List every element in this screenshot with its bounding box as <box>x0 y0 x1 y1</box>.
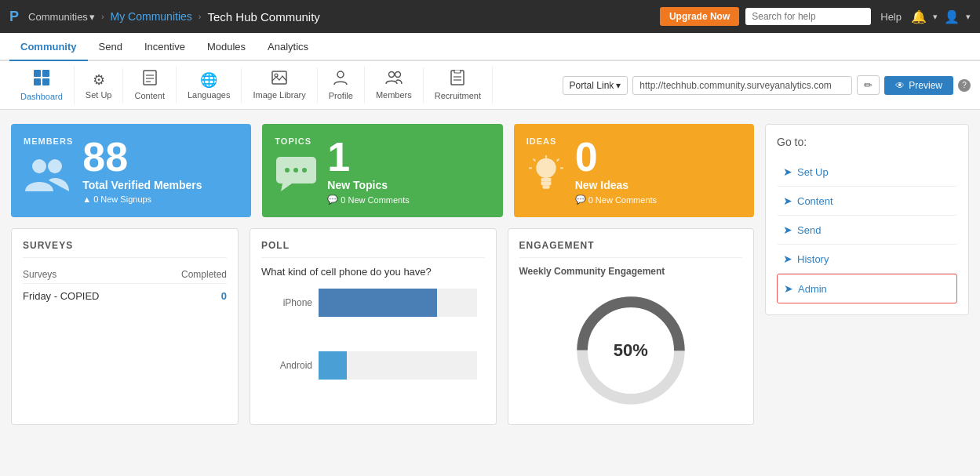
app-logo: P <box>9 9 19 25</box>
nav-community[interactable]: Community <box>9 33 88 61</box>
history-arrow-icon: ➤ <box>783 253 792 265</box>
android-bar-fill <box>319 351 347 380</box>
poll-panel-title: POLL <box>261 240 485 258</box>
toolbar-setup[interactable]: ⚙ Set Up <box>75 68 124 103</box>
sidebar-item-setup[interactable]: ➤ Set Up <box>777 158 957 187</box>
nav-analytics[interactable]: Analytics <box>257 33 319 61</box>
toolbar-dashboard-label: Dashboard <box>20 92 63 101</box>
topics-card-body: 1 New Topics 💬 0 New Comments <box>327 136 409 205</box>
toolbar-image-library-label: Image Library <box>253 90 305 100</box>
toolbar-profile[interactable]: Profile <box>318 67 365 104</box>
svg-point-21 <box>285 168 290 173</box>
nav-incentive[interactable]: Incentive <box>133 33 196 61</box>
comment-icon: 💬 <box>327 194 338 205</box>
members-sub: ▲ 0 New Signups <box>82 194 202 204</box>
members-count: 88 <box>82 136 202 177</box>
svg-rect-2 <box>34 78 41 85</box>
ideas-icon-area: IDEAS <box>526 136 566 197</box>
topics-icon-area: TOPICS <box>275 136 318 195</box>
svg-rect-25 <box>541 178 551 182</box>
survey-name: Friday - COPIED <box>23 284 151 309</box>
ideas-comment-icon: 💬 <box>575 194 586 205</box>
toolbar-image-library[interactable]: Image Library <box>242 67 317 103</box>
svg-point-23 <box>302 168 307 173</box>
admin-arrow-icon: ➤ <box>784 282 793 295</box>
svg-rect-1 <box>42 70 49 77</box>
portal-link-button[interactable]: Portal Link ▾ <box>563 76 628 95</box>
toolbar-recruitment-label: Recruitment <box>435 91 481 100</box>
donut-chart-container: 50% <box>519 288 743 413</box>
my-communities-link[interactable]: My Communities <box>111 10 192 23</box>
members-description: Total Verified Members <box>82 179 202 191</box>
send-arrow-icon: ➤ <box>783 223 792 236</box>
communities-dropdown[interactable]: Communities ▾ <box>28 11 95 23</box>
survey-completed[interactable]: 0 <box>151 284 227 309</box>
notifications-icon[interactable]: 🔔 <box>911 9 927 24</box>
poll-question: What kind of cell phone do you have? <box>261 266 485 278</box>
preview-button[interactable]: 👁 Preview <box>884 76 953 95</box>
ideas-card-label: IDEAS <box>526 136 566 146</box>
donut-chart: 50% <box>576 296 686 405</box>
svg-rect-0 <box>34 70 41 77</box>
breadcrumb-separator-1: › <box>101 12 104 21</box>
svg-line-29 <box>533 159 535 162</box>
sidebar-item-admin[interactable]: ➤ Admin <box>777 274 957 303</box>
topics-sub: 💬 0 New Comments <box>327 194 409 205</box>
recruitment-icon <box>450 70 464 89</box>
members-icon <box>385 71 403 89</box>
toolbar-recruitment[interactable]: Recruitment <box>424 67 493 104</box>
top-nav: P Communities ▾ › My Communities › Tech … <box>0 0 980 33</box>
edit-portal-url-button[interactable]: ✏ <box>857 75 880 95</box>
members-card-body: 88 Total Verified Members ▲ 0 New Signup… <box>82 136 202 204</box>
donut-percentage: 50% <box>614 340 648 361</box>
toolbar-languages[interactable]: 🌐 Languages <box>177 68 242 103</box>
members-card: MEMBERS 88 Total Verified Members <box>11 124 251 217</box>
surveys-col-name: Surveys <box>23 266 151 284</box>
sidebar-item-content[interactable]: ➤ Content <box>777 187 957 216</box>
ideas-card-body: 0 New Ideas 💬 0 New Comments <box>575 136 657 205</box>
search-input[interactable] <box>745 8 871 25</box>
topics-count: 1 <box>327 136 409 177</box>
svg-point-11 <box>388 72 394 78</box>
breadcrumb-separator-2: › <box>199 12 202 21</box>
toolbar-languages-label: Languages <box>188 90 230 100</box>
signups-arrow: ▲ <box>82 194 91 204</box>
nav-send[interactable]: Send <box>88 33 133 61</box>
svg-point-24 <box>536 158 556 178</box>
sidebar-item-history[interactable]: ➤ History <box>777 245 957 274</box>
topics-card: TOPICS 1 New Topics <box>262 124 502 217</box>
ideas-sub: 💬 0 New Comments <box>575 194 657 205</box>
eye-icon: 👁 <box>895 80 905 91</box>
toolbar-dashboard[interactable]: Dashboard <box>9 66 75 104</box>
sidebar-send-label: Send <box>797 224 821 236</box>
svg-rect-27 <box>542 185 549 189</box>
poll-bar-chart: iPhone Android <box>261 289 485 380</box>
svg-rect-3 <box>42 78 49 85</box>
content-arrow-icon: ➤ <box>783 194 792 207</box>
toolbar-members-label: Members <box>376 90 412 100</box>
nav-modules[interactable]: Modules <box>196 33 257 61</box>
help-label[interactable]: Help <box>880 11 902 23</box>
user-avatar[interactable]: 👤 <box>944 9 960 24</box>
sidebar-item-send[interactable]: ➤ Send <box>777 216 957 245</box>
languages-icon: 🌐 <box>200 71 217 89</box>
members-icon-area: MEMBERS <box>24 136 73 197</box>
svg-rect-26 <box>541 182 551 186</box>
toolbar-help-icon[interactable]: ? <box>958 79 971 92</box>
toolbar-members[interactable]: Members <box>365 67 424 103</box>
setup-arrow-icon: ➤ <box>783 165 792 178</box>
topics-card-label: TOPICS <box>275 136 318 146</box>
portal-section: Portal Link ▾ ✏ 👁 Preview ? <box>563 75 971 95</box>
image-library-icon <box>271 71 287 89</box>
sidebar-title: Go to: <box>777 136 957 148</box>
left-content: MEMBERS 88 Total Verified Members <box>11 124 754 425</box>
toolbar-content[interactable]: Content <box>123 67 177 104</box>
upgrade-now-button[interactable]: Upgrade Now <box>660 7 739 26</box>
poll-bar-android: Android <box>269 351 477 380</box>
sidebar-content-label: Content <box>797 195 833 207</box>
portal-url-input[interactable] <box>632 76 852 95</box>
poll-bar-iphone: iPhone <box>269 289 477 317</box>
surveys-table: Surveys Completed Friday - COPIED 0 <box>23 266 227 308</box>
bell-chevron: ▾ <box>933 12 938 22</box>
toolbar-profile-label: Profile <box>329 91 353 100</box>
